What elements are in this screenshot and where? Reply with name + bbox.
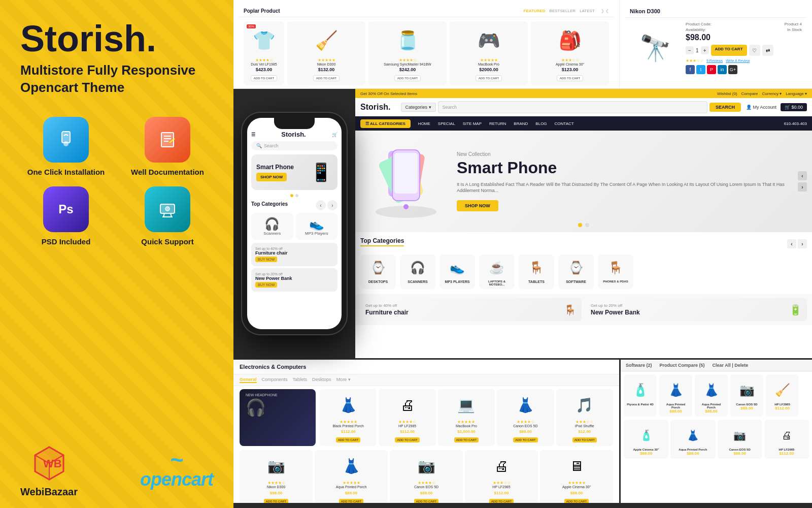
cat-mp3players[interactable]: 👟 MP3 PLAYERS	[439, 255, 475, 289]
product-card-1: 30% 👕 ★★★★☆ Duis Vel LF1985 $423.00 ADD …	[244, 21, 284, 85]
nikon-compare-btn[interactable]: ⇄	[762, 45, 773, 56]
qty-plus[interactable]: +	[701, 46, 709, 54]
twitter-share-btn[interactable]: t	[696, 65, 705, 74]
qty-minus[interactable]: −	[686, 46, 694, 54]
add-to-cart-5[interactable]: ADD TO CART	[557, 75, 583, 81]
menu-contact[interactable]: CONTACT	[555, 121, 574, 126]
nikon-reviews-count[interactable]: 9 Reviews	[706, 59, 723, 62]
compare-product-1: 🧴 Piyona & Petisi 4D	[624, 374, 657, 417]
compare-close-btn[interactable]: Clear All | Delete	[713, 363, 749, 368]
phone-number: 610-403-403	[784, 121, 807, 126]
add-to-cart-2[interactable]: ADD TO CART	[313, 75, 340, 81]
elec-add-2[interactable]: ADD TO CART	[395, 437, 419, 442]
elec-add-7[interactable]: ADD TO CART	[339, 499, 363, 503]
nikon-add-to-cart[interactable]: ADD TO CART	[711, 45, 747, 56]
promo-title-2: New Power Bank	[255, 276, 333, 281]
tab-bestseller[interactable]: BESTSELLER	[550, 9, 576, 13]
cat-scanners[interactable]: 🎧 SCANNERS	[400, 255, 435, 289]
menu-sitemap[interactable]: SITE MAP	[463, 121, 482, 126]
cat-prev-btn[interactable]: ‹	[316, 200, 326, 210]
menu-home[interactable]: HOME	[418, 121, 430, 126]
tab-arrows[interactable]: ❯ ❮	[601, 9, 609, 13]
currency-dropdown[interactable]: Currency ▾	[762, 91, 782, 96]
cat-desktops[interactable]: ⌚ DESKTOPS	[360, 255, 396, 289]
elec-price-7: $88.00	[318, 491, 385, 495]
wishlist-link[interactable]: Wishlist (0)	[717, 91, 737, 96]
phone-banner-title: Smart Phone	[256, 164, 294, 171]
slider-dot-2[interactable]	[295, 194, 298, 197]
cat-next-btn[interactable]: ›	[327, 200, 337, 210]
promo-btn-1[interactable]: BUY NOW	[255, 257, 277, 262]
compare-link[interactable]: Compare	[741, 91, 758, 96]
tab-more[interactable]: More ▾	[336, 377, 351, 383]
cat-tablets[interactable]: 🪑 TABLETS	[519, 255, 554, 289]
nikon-code-row: Product Code: Product 4	[686, 22, 802, 26]
elec-add-10[interactable]: ADD TO CART	[564, 499, 589, 503]
storish-topbar: Get 30% Off On Selected Items Wishlist (…	[355, 89, 812, 98]
menu-special[interactable]: SPECIAL	[438, 121, 455, 126]
add-to-cart-4[interactable]: ADD TO CART	[476, 75, 502, 81]
hero-shop-now-btn[interactable]: SHOP NOW	[457, 200, 498, 211]
phone-shop-now-btn[interactable]: SHOP NOW	[256, 173, 287, 181]
cart-btn[interactable]: 🛒 $0.00	[781, 103, 807, 111]
facebook-share-btn[interactable]: f	[686, 65, 695, 74]
elec-add-1[interactable]: ADD TO CART	[336, 437, 360, 442]
elec-add-9[interactable]: ADD TO CART	[489, 499, 514, 503]
phone-search-bar[interactable]: 🔍 Search	[251, 141, 337, 150]
elec-add-3[interactable]: ADD TO CART	[454, 437, 479, 442]
cats-next-btn[interactable]: ›	[798, 239, 807, 248]
phone-search-text: Search	[264, 143, 279, 148]
storish-search-button[interactable]: SEARCH	[709, 103, 741, 112]
language-dropdown[interactable]: Language ▾	[786, 91, 807, 96]
linkedin-share-btn[interactable]: in	[718, 65, 727, 74]
tab-featured[interactable]: FEATURED	[524, 9, 546, 13]
feature-documentation: Well Documentation	[122, 117, 213, 176]
storish-search-input[interactable]: Search	[438, 101, 707, 113]
menu-blog[interactable]: BLOG	[535, 121, 547, 126]
all-categories-menu-btn[interactable]: ☰ ALL CATEGORIES	[360, 119, 411, 128]
hero-text: New Collection Smart Phone It Is A Long …	[457, 151, 802, 211]
tab-general[interactable]: General	[240, 377, 257, 383]
my-account-btn[interactable]: 👤 My Account	[746, 105, 776, 110]
tab-components[interactable]: Components	[262, 377, 288, 383]
nikon-wishlist-btn[interactable]: ♡	[749, 45, 760, 56]
hero-prev-btn[interactable]: ‹	[798, 171, 807, 180]
hero-dot-2[interactable]	[585, 223, 589, 227]
promo-btn-2[interactable]: BUY NOW	[255, 282, 277, 288]
cat-software[interactable]: ⌚ SOFTWARE	[558, 255, 594, 289]
phone-cat-mp3[interactable]: 👟 MP3 Players	[296, 213, 338, 240]
elec-add-4[interactable]: ADD TO CART	[513, 437, 537, 442]
compare-img-5: 🧹	[769, 377, 796, 403]
elec-product-3: 💻 ★★★★★ MacBook Pro $2,000.00 ADD TO CAR…	[438, 389, 495, 446]
cat-phones[interactable]: 🪑 PHONES & PDAS	[598, 255, 633, 289]
quantity-control[interactable]: − 1 +	[686, 45, 709, 56]
phone-header: ☰ Storish. 🛒	[251, 131, 337, 138]
menu-brand[interactable]: BRAND	[514, 121, 528, 126]
elec-add-5[interactable]: ADD TO CART	[572, 437, 597, 442]
slider-dot-1[interactable]	[290, 194, 293, 197]
compare-extra-img-1: 🧴	[627, 423, 665, 448]
elec-add-6[interactable]: ADD TO CART	[264, 499, 288, 503]
compare-extra-4: 🖨 HP LF2985 $112.00	[764, 420, 809, 459]
categories-dropdown[interactable]: Categories ▾	[401, 103, 436, 112]
cats-prev-btn[interactable]: ‹	[787, 239, 796, 248]
hamburger-icon[interactable]: ☰	[251, 132, 255, 137]
hero-dot-1[interactable]	[578, 223, 582, 227]
hero-next-btn[interactable]: ›	[798, 182, 807, 192]
add-to-cart-3[interactable]: ADD TO CART	[394, 75, 421, 81]
tab-latest[interactable]: LATEST	[580, 9, 595, 13]
phones-cat-icon: 🪑	[603, 258, 628, 278]
phone-cat-scanners[interactable]: 🎧 Scanners	[251, 213, 293, 240]
tab-desktops[interactable]: Desktops	[312, 377, 331, 383]
cat-laptops[interactable]: ☕ LAPTOPS & NOTEBO...	[479, 255, 515, 289]
gplus-share-btn[interactable]: G+	[728, 65, 737, 74]
phone-cart-icon[interactable]: 🛒	[332, 132, 337, 137]
write-review-link[interactable]: Write A Review	[726, 59, 750, 62]
pinterest-share-btn[interactable]: P	[707, 65, 716, 74]
brand-dot: .	[146, 18, 156, 59]
compare-product-3: 👗 Aqua Printed Porch $88.00	[695, 374, 728, 417]
tab-tablets[interactable]: Tablets	[293, 377, 308, 383]
add-to-cart-1[interactable]: ADD TO CART	[251, 75, 277, 81]
elec-add-8[interactable]: ADD TO CART	[414, 499, 438, 503]
menu-return[interactable]: RETURN	[489, 121, 506, 126]
